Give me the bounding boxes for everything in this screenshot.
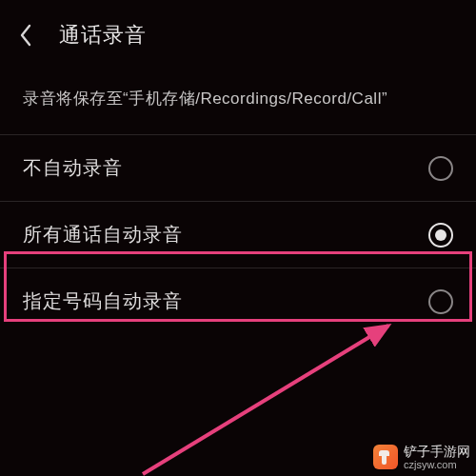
option-no-auto-record[interactable]: 不自动录音 (0, 134, 476, 201)
watermark-title: 铲子手游网 (404, 445, 470, 459)
option-record-all-calls[interactable]: 所有通话自动录音 (0, 201, 476, 268)
radio-icon[interactable] (428, 289, 453, 314)
option-label: 所有通话自动录音 (23, 222, 183, 248)
svg-line-0 (143, 326, 388, 474)
storage-location-note: 录音将保存至“手机存储/Recordings/Record/Call” (0, 76, 476, 134)
watermark: 铲子手游网 czjsyw.com (373, 445, 470, 470)
watermark-logo-icon (373, 445, 398, 469)
option-record-specified-numbers[interactable]: 指定号码自动录音 (0, 268, 476, 334)
header: 通话录音 (0, 0, 476, 76)
annotation-arrow-icon (114, 322, 400, 476)
page-title: 通话录音 (59, 21, 147, 50)
radio-icon[interactable] (428, 156, 453, 181)
option-label: 不自动录音 (23, 155, 123, 181)
back-icon[interactable] (19, 24, 51, 47)
option-label: 指定号码自动录音 (23, 288, 183, 314)
radio-icon[interactable] (428, 223, 453, 248)
watermark-url: czjsyw.com (404, 459, 470, 470)
